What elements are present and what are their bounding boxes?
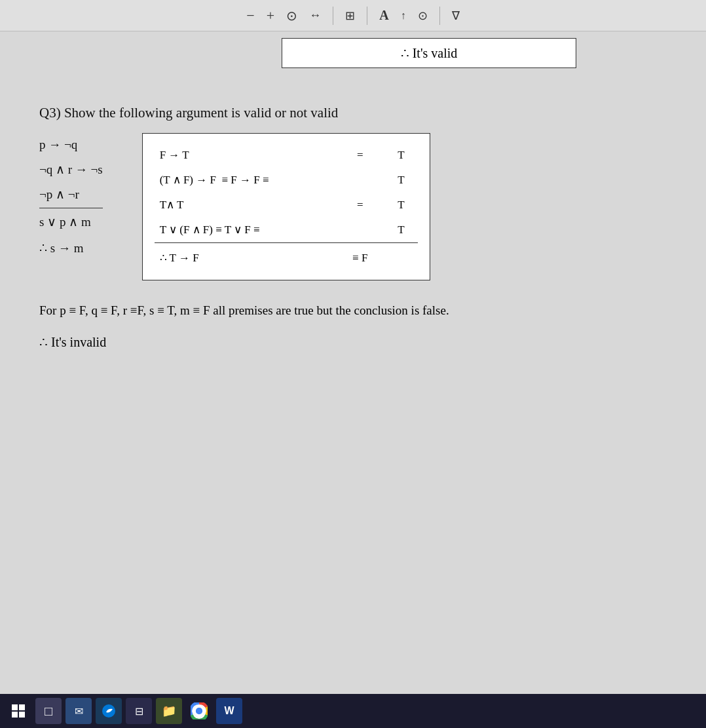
- conclusion-paragraph: For p ≡ F, q ≡ F, r ≡F, s ≡ T, m ≡ F all…: [39, 300, 596, 321]
- row3-val: T: [384, 193, 417, 218]
- search-icon[interactable]: ⊙: [286, 8, 297, 24]
- toolbar: − + ⊙ ↔ ⊞ A ↑ ⊙ ∇: [0, 0, 706, 31]
- row2-eq: [335, 168, 384, 193]
- taskbar-mail-icon[interactable]: ✉: [65, 698, 92, 724]
- row3-eq: =: [335, 193, 384, 218]
- table-row: (T ∧ F) → F ≡ F → F ≡ T: [155, 168, 418, 193]
- invalid-statement: ∴ It's invalid: [39, 334, 686, 350]
- table-row: T ∨ (F ∧ F) ≡ T ∨ F ≡ T: [155, 218, 418, 243]
- timer-icon[interactable]: ⊙: [418, 9, 428, 23]
- taskbar-file-icon[interactable]: □: [35, 698, 62, 724]
- premise-3: ¬p ∧ ¬r: [39, 183, 103, 206]
- toolbar-separator-3: [439, 7, 440, 25]
- row1-val: T: [384, 143, 417, 168]
- svg-rect-3: [19, 712, 25, 718]
- taskbar-windows-icon[interactable]: [5, 698, 31, 724]
- row4-expr: T ∨ (F ∧ F) ≡ T ∨ F ≡: [155, 218, 335, 243]
- svg-point-7: [196, 708, 202, 714]
- conclusion-eq: ≡ F: [335, 243, 384, 271]
- argument-section: p → ¬q ¬q ∧ r → ¬s ¬p ∧ ¬r s ∨ p ∧ m ∴ s…: [39, 133, 686, 280]
- conclusion-expr: ∴ T → F: [155, 243, 335, 271]
- underlined-premise: s ∨ p ∧ m: [39, 208, 103, 234]
- table-separator-row: ∴ T → F ≡ F: [155, 243, 418, 271]
- table-row: T∧ T = T: [155, 193, 418, 218]
- row2-expr: (T ∧ F) → F ≡ F → F ≡: [155, 168, 335, 193]
- pages-icon[interactable]: ⊞: [345, 9, 355, 23]
- row1-eq: =: [335, 143, 384, 168]
- swap-icon[interactable]: ↔: [309, 9, 321, 22]
- arrow-icon[interactable]: ↑: [401, 10, 406, 22]
- valid-text: ∴ It's valid: [401, 46, 458, 60]
- toolbar-separator-2: [367, 7, 367, 25]
- taskbar-folder-icon[interactable]: 📁: [156, 698, 182, 724]
- font-icon[interactable]: A: [379, 8, 388, 23]
- taskbar-chrome-icon[interactable]: [186, 698, 212, 724]
- question-title: Q3) Show the following argument is valid…: [39, 105, 686, 121]
- taskbar-apps-icon[interactable]: ⊟: [126, 698, 152, 724]
- row4-val: T: [384, 218, 417, 243]
- truth-table-box: F → T = T (T ∧ F) → F ≡ F → F ≡ T T∧ T =…: [142, 133, 430, 280]
- conclusion-val: [384, 243, 417, 271]
- taskbar-word-icon[interactable]: W: [216, 698, 242, 724]
- conclusion: ∴ s → m: [39, 237, 103, 260]
- main-content: Q3) Show the following argument is valid…: [39, 105, 686, 350]
- nav-icon[interactable]: ∇: [452, 9, 460, 23]
- taskbar: □ ✉ ⊟ 📁 W: [0, 694, 706, 728]
- svg-rect-2: [12, 712, 18, 718]
- plus-button[interactable]: +: [267, 7, 274, 24]
- row2-val: T: [384, 168, 417, 193]
- toolbar-separator-1: [333, 7, 333, 25]
- row4-eq: [335, 218, 384, 243]
- premises-list: p → ¬q ¬q ∧ r → ¬s ¬p ∧ ¬r s ∨ p ∧ m ∴ s…: [39, 133, 103, 261]
- svg-rect-0: [12, 704, 18, 710]
- truth-table: F → T = T (T ∧ F) → F ≡ F → F ≡ T T∧ T =…: [155, 143, 418, 271]
- row1-expr: F → T: [155, 143, 335, 168]
- premise-1: p → ¬q: [39, 133, 103, 157]
- table-row: F → T = T: [155, 143, 418, 168]
- taskbar-edge-icon[interactable]: [96, 698, 122, 724]
- minus-button[interactable]: −: [246, 7, 254, 24]
- premise-2: ¬q ∧ r → ¬s: [39, 158, 103, 182]
- valid-result-box: ∴ It's valid: [282, 38, 576, 68]
- row3-expr: T∧ T: [155, 193, 335, 218]
- svg-rect-1: [19, 704, 25, 710]
